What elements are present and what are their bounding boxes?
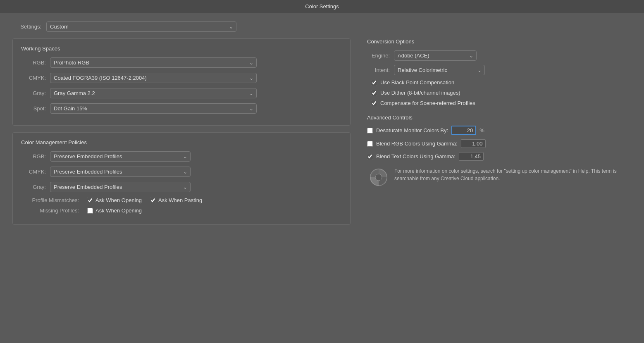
rgb-label: RGB: — [21, 60, 46, 66]
missing-profiles-row: Missing Profiles: Ask When Opening — [21, 207, 342, 214]
spot-select[interactable]: Dot Gain 15% Dot Gain 10% Dot Gain 20% — [50, 103, 257, 114]
policy-rgb-label: RGB: — [21, 153, 46, 160]
left-column: Working Spaces RGB: ProPhoto RGB sRGB IE… — [12, 38, 351, 231]
color-wheel-icon — [369, 167, 389, 187]
ask-when-opening-mismatch-checkbox[interactable] — [87, 198, 93, 203]
working-spaces-section: Working Spaces RGB: ProPhoto RGB sRGB IE… — [12, 38, 351, 126]
cmyk-row: CMYK: Coated FOGRA39 (ISO 12647-2:2004) … — [21, 73, 342, 83]
black-point-compensation-row: Use Black Point Compensation — [367, 79, 627, 86]
gray-select-wrapper: Gray Gamma 2.2 Gray Gamma 1.8 — [50, 88, 257, 98]
intent-select-wrapper: Relative Colorimetric Perceptual Saturat… — [394, 65, 485, 75]
desaturate-monitor-value[interactable] — [451, 126, 476, 135]
compensate-scene-referred-row: Compensate for Scene-referred Profiles — [367, 100, 627, 106]
rgb-select[interactable]: ProPhoto RGB sRGB IEC61966-2.1 Adobe RGB… — [50, 57, 257, 68]
gray-row: Gray: Gray Gamma 2.2 Gray Gamma 1.8 — [21, 88, 342, 98]
policy-rgb-select[interactable]: Preserve Embedded Profiles Convert to Wo… — [50, 151, 191, 162]
advanced-controls-title: Advanced Controls — [367, 114, 627, 121]
blend-text-label: Blend Text Colors Using Gamma: — [376, 153, 456, 160]
info-row: For more information on color settings, … — [367, 167, 627, 187]
policy-cmyk-label: CMYK: — [21, 169, 46, 175]
compensate-scene-referred-checkbox[interactable] — [371, 100, 377, 106]
color-management-policies-section: Color Management Policies RGB: Preserve … — [12, 132, 351, 225]
black-point-compensation-checkbox[interactable] — [371, 80, 377, 86]
missing-ask-when-opening-wrapper: Ask When Opening — [87, 207, 142, 214]
blend-text-row: Blend Text Colors Using Gamma: — [367, 152, 627, 161]
use-dither-row: Use Dither (8-bit/channel images) — [367, 90, 627, 96]
use-dither-label: Use Dither (8-bit/channel images) — [380, 90, 460, 96]
ask-when-opening-mismatch-wrapper: Ask When Opening — [87, 197, 142, 203]
policy-cmyk-row: CMYK: Preserve Embedded Profiles Convert… — [21, 167, 342, 177]
blend-rgb-label: Blend RGB Colors Using Gamma: — [376, 141, 458, 147]
policy-gray-label: Gray: — [21, 184, 46, 190]
right-column: Conversion Options Engine: Adobe (ACE) A… — [363, 38, 632, 231]
policy-gray-select-wrapper: Preserve Embedded Profiles Convert to Wo… — [50, 182, 191, 192]
policy-rgb-row: RGB: Preserve Embedded Profiles Convert … — [21, 151, 342, 162]
engine-select[interactable]: Adobe (ACE) Apple CMM — [394, 50, 477, 61]
policy-gray-row: Gray: Preserve Embedded Profiles Convert… — [21, 182, 342, 192]
main-content: Settings: Custom North America General P… — [0, 13, 644, 240]
conversion-options-title: Conversion Options — [367, 38, 627, 45]
compensate-scene-referred-label: Compensate for Scene-referred Profiles — [380, 100, 475, 106]
rgb-select-wrapper: ProPhoto RGB sRGB IEC61966-2.1 Adobe RGB… — [50, 57, 257, 68]
advanced-controls-section: Advanced Controls Desaturate Monitor Col… — [367, 114, 627, 187]
missing-ask-when-opening-checkbox[interactable] — [87, 208, 93, 214]
desaturate-monitor-row: Desaturate Monitor Colors By: % — [367, 126, 627, 135]
black-point-compensation-label: Use Black Point Compensation — [380, 79, 454, 86]
blend-rgb-checkbox[interactable] — [367, 141, 373, 147]
ask-when-pasting-label: Ask When Pasting — [158, 197, 202, 203]
settings-label: Settings: — [12, 24, 41, 30]
cmyk-select[interactable]: Coated FOGRA39 (ISO 12647-2:2004) U.S. W… — [50, 73, 257, 83]
spot-row: Spot: Dot Gain 15% Dot Gain 10% Dot Gain… — [21, 103, 342, 114]
ask-when-pasting-wrapper: Ask When Pasting — [150, 197, 202, 203]
color-management-policies-title: Color Management Policies — [21, 139, 342, 145]
engine-row: Engine: Adobe (ACE) Apple CMM — [367, 50, 627, 61]
conversion-options-section: Conversion Options Engine: Adobe (ACE) A… — [367, 38, 627, 106]
policy-gray-select[interactable]: Preserve Embedded Profiles Convert to Wo… — [50, 182, 191, 192]
policy-cmyk-select-wrapper: Preserve Embedded Profiles Convert to Wo… — [50, 167, 191, 177]
gray-label: Gray: — [21, 90, 46, 96]
right-inner: Conversion Options Engine: Adobe (ACE) A… — [363, 38, 632, 187]
blend-text-checkbox[interactable] — [367, 154, 373, 160]
engine-label: Engine: — [367, 52, 390, 59]
use-dither-checkbox[interactable] — [371, 90, 377, 96]
policy-cmyk-select[interactable]: Preserve Embedded Profiles Convert to Wo… — [50, 167, 191, 177]
svg-point-1 — [375, 174, 382, 181]
blend-rgb-value[interactable] — [461, 139, 486, 148]
profile-mismatches-row: Profile Mismatches: Ask When Opening Ask… — [21, 197, 342, 203]
desaturate-monitor-unit: % — [479, 127, 484, 133]
ask-when-opening-mismatch-label: Ask When Opening — [95, 197, 142, 203]
settings-row: Settings: Custom North America General P… — [12, 21, 632, 32]
cmyk-label: CMYK: — [21, 75, 46, 81]
working-spaces-title: Working Spaces — [21, 45, 342, 52]
desaturate-monitor-checkbox[interactable] — [367, 128, 373, 133]
intent-select[interactable]: Relative Colorimetric Perceptual Saturat… — [394, 65, 485, 75]
dialog-title: Color Settings — [305, 3, 339, 10]
desaturate-monitor-label: Desaturate Monitor Colors By: — [376, 127, 448, 133]
blend-rgb-row: Blend RGB Colors Using Gamma: — [367, 139, 627, 148]
title-bar: Color Settings — [0, 0, 644, 13]
blend-text-value[interactable] — [459, 152, 484, 161]
two-column-layout: Working Spaces RGB: ProPhoto RGB sRGB IE… — [12, 38, 632, 231]
spot-select-wrapper: Dot Gain 15% Dot Gain 10% Dot Gain 20% — [50, 103, 257, 114]
missing-ask-when-opening-label: Ask When Opening — [95, 207, 142, 214]
info-text: For more information on color settings, … — [394, 167, 627, 182]
intent-row: Intent: Relative Colorimetric Perceptual… — [367, 65, 627, 75]
profile-mismatches-label: Profile Mismatches: — [21, 197, 79, 203]
settings-select[interactable]: Custom North America General Purpose 2 N… — [46, 21, 236, 32]
engine-select-wrapper: Adobe (ACE) Apple CMM — [394, 50, 477, 61]
missing-profiles-label: Missing Profiles: — [21, 207, 79, 214]
spot-label: Spot: — [21, 105, 46, 112]
gray-select[interactable]: Gray Gamma 2.2 Gray Gamma 1.8 — [50, 88, 257, 98]
settings-select-wrapper: Custom North America General Purpose 2 N… — [46, 21, 236, 32]
cmyk-select-wrapper: Coated FOGRA39 (ISO 12647-2:2004) U.S. W… — [50, 73, 257, 83]
intent-label: Intent: — [367, 67, 390, 73]
ask-when-pasting-checkbox[interactable] — [150, 198, 156, 203]
rgb-row: RGB: ProPhoto RGB sRGB IEC61966-2.1 Adob… — [21, 57, 342, 68]
policy-rgb-select-wrapper: Preserve Embedded Profiles Convert to Wo… — [50, 151, 191, 162]
